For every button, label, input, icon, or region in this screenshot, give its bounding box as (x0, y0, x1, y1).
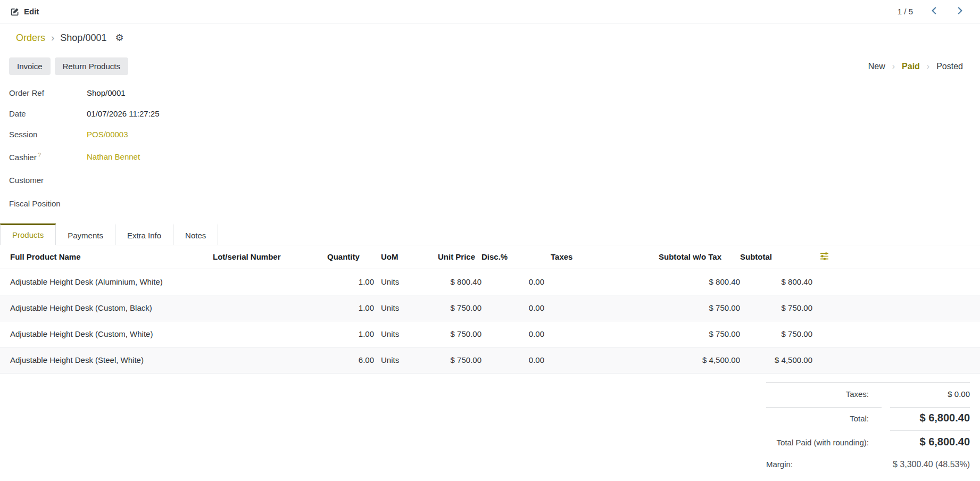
cell-lot (213, 295, 327, 321)
col-discount[interactable]: Disc.% (481, 245, 544, 269)
tab-notes[interactable]: Notes (173, 223, 218, 245)
cell-taxes (544, 321, 659, 347)
breadcrumb-orders-link[interactable]: Orders (16, 32, 45, 44)
cell-subtotal: $ 750.00 (740, 321, 812, 347)
field-label: Customer (9, 176, 87, 185)
totals-total-row: Total: $ 6,800.40 (766, 408, 970, 431)
field-label: Cashier? (9, 152, 87, 162)
col-subtotal-wo-tax[interactable]: Subtotal w/o Tax (659, 245, 740, 269)
field-label: Date (9, 109, 87, 118)
col-taxes[interactable]: Taxes (544, 245, 659, 269)
taxes-value: $ 0.00 (890, 383, 970, 408)
margin-label: Margin: (766, 460, 882, 469)
control-bar: Edit 1 / 5 (0, 0, 980, 23)
cell-unit-price: $ 750.00 (438, 347, 481, 373)
pager-next-button[interactable] (955, 6, 965, 17)
sliders-icon (820, 252, 829, 262)
cell-product: Adjustable Height Desk (Aluminium, White… (0, 269, 213, 295)
cell-taxes (544, 295, 659, 321)
col-unit-price[interactable]: Unit Price (438, 245, 481, 269)
breadcrumb-separator-icon: › (51, 32, 54, 44)
cell-unit-price: $ 800.40 (438, 269, 481, 295)
cell-lot (213, 269, 327, 295)
cashier-link[interactable]: Nathan Bennet (87, 152, 140, 161)
cell-discount: 0.00 (481, 347, 544, 373)
edit-button[interactable]: Edit (11, 7, 39, 16)
status-step-paid[interactable]: Paid (902, 62, 920, 71)
pager: 1 / 5 (898, 6, 965, 17)
notebook-tabs: Products Payments Extra Info Notes (0, 223, 980, 245)
col-full-product-name[interactable]: Full Product Name (0, 245, 213, 269)
cell-subtotal-wo-tax: $ 750.00 (659, 295, 740, 321)
cell-lot (213, 347, 327, 373)
status-step-posted[interactable]: Posted (936, 62, 963, 71)
col-quantity[interactable]: Quantity (327, 245, 374, 269)
field-label: Order Ref (9, 88, 87, 97)
total-paid-value: $ 6,800.40 (890, 431, 970, 448)
margin-value: $ 3,300.40 (48.53%) (882, 460, 970, 469)
optional-columns-button[interactable] (820, 252, 829, 262)
field-group: Order Ref Shop/0001 Date 01/07/2026 11:2… (0, 75, 980, 215)
table-row[interactable]: Adjustable Height Desk (Custom, Black) 1… (0, 295, 980, 321)
action-buttons: Invoice Return Products (9, 57, 128, 75)
field-cashier: Cashier? Nathan Bennet (9, 145, 980, 168)
pager-previous-button[interactable] (929, 6, 939, 17)
pos-order-form-page: Edit 1 / 5 Orders › Shop/0001 ⚙ Invoice … (0, 0, 980, 481)
edit-icon (11, 7, 19, 16)
totals-block: Taxes: $ 0.00 Total: $ 6,800.40 Total Pa… (766, 382, 970, 469)
chevron-left-icon (931, 7, 937, 16)
invoice-button[interactable]: Invoice (9, 57, 51, 75)
cell-unit-price: $ 750.00 (438, 321, 481, 347)
breadcrumb: Orders › Shop/0001 ⚙ (0, 23, 980, 50)
tab-extra-info[interactable]: Extra Info (115, 223, 173, 245)
tab-products[interactable]: Products (0, 223, 56, 245)
table-row[interactable]: Adjustable Height Desk (Aluminium, White… (0, 269, 980, 295)
order-ref-value: Shop/0001 (87, 88, 126, 97)
status-step-new[interactable]: New (868, 62, 885, 71)
cell-uom: Units (374, 347, 438, 373)
field-date: Date 01/07/2026 11:27:25 (9, 103, 980, 124)
table-header-row: Full Product Name Lot/serial Number Quan… (0, 245, 980, 269)
product-lines-table: Full Product Name Lot/serial Number Quan… (0, 245, 980, 374)
status-separator-icon: › (892, 62, 895, 71)
cell-quantity: 1.00 (327, 321, 374, 347)
cell-unit-price: $ 750.00 (438, 295, 481, 321)
totals-taxes-row: Taxes: $ 0.00 (766, 383, 970, 408)
cell-uom: Units (374, 295, 438, 321)
field-customer: Customer (9, 168, 980, 192)
help-icon: ? (38, 152, 41, 158)
total-label: Total: (766, 408, 882, 429)
totals-margin-row: Margin: $ 3,300.40 (48.53%) (766, 460, 970, 469)
statusbar: New › Paid › Posted (868, 62, 963, 71)
cell-subtotal: $ 750.00 (740, 295, 812, 321)
cell-subtotal-wo-tax: $ 750.00 (659, 321, 740, 347)
cell-product: Adjustable Height Desk (Steel, White) (0, 347, 213, 373)
tab-payments[interactable]: Payments (56, 223, 115, 245)
cell-taxes (544, 269, 659, 295)
col-subtotal[interactable]: Subtotal (740, 245, 812, 269)
cell-lot (213, 321, 327, 347)
cell-product: Adjustable Height Desk (Custom, Black) (0, 295, 213, 321)
status-separator-icon: › (927, 62, 929, 71)
cell-subtotal-wo-tax: $ 4,500.00 (659, 347, 740, 373)
cell-product: Adjustable Height Desk (Custom, White) (0, 321, 213, 347)
cell-discount: 0.00 (481, 321, 544, 347)
table-row[interactable]: Adjustable Height Desk (Steel, White) 6.… (0, 347, 980, 373)
table-row[interactable]: Adjustable Height Desk (Custom, White) 1… (0, 321, 980, 347)
cell-taxes (544, 347, 659, 373)
pager-value[interactable]: 1 / 5 (898, 7, 913, 16)
cell-subtotal-wo-tax: $ 800.40 (659, 269, 740, 295)
return-products-button[interactable]: Return Products (55, 57, 128, 75)
totals-paid-row: Total Paid (with rounding): $ 6,800.40 (766, 431, 970, 448)
col-uom[interactable]: UoM (374, 245, 438, 269)
field-order-ref: Order Ref Shop/0001 (9, 82, 980, 103)
edit-button-label: Edit (24, 7, 39, 16)
col-lot-serial-number[interactable]: Lot/serial Number (213, 245, 327, 269)
cell-quantity: 1.00 (327, 269, 374, 295)
cell-uom: Units (374, 269, 438, 295)
cell-quantity: 6.00 (327, 347, 374, 373)
field-session: Session POS/00003 (9, 124, 980, 145)
gear-icon[interactable]: ⚙ (115, 33, 123, 43)
total-paid-label: Total Paid (with rounding): (766, 432, 882, 447)
session-link[interactable]: POS/00003 (87, 130, 128, 139)
